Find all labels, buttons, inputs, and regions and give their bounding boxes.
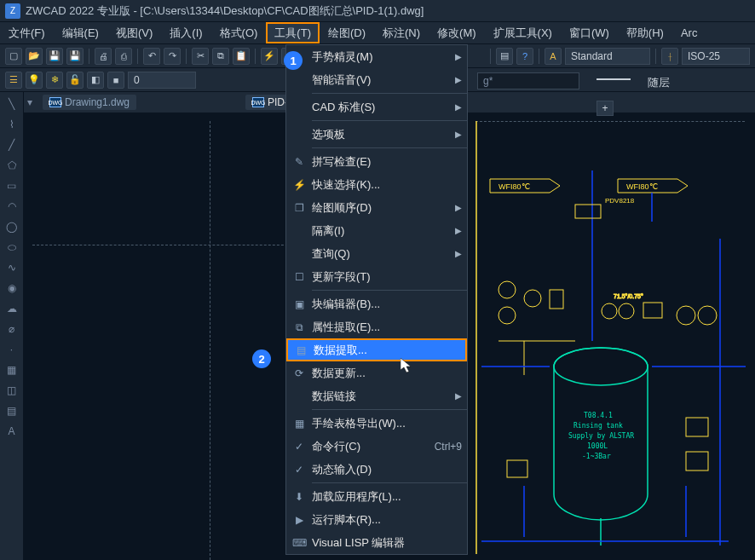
new-icon[interactable]: ▢ bbox=[5, 48, 22, 65]
guide-line bbox=[32, 245, 297, 245]
titlebar: Z ZWCAD 2022 专业版 - [C:\Users\13344\Deskt… bbox=[0, 0, 755, 22]
table-icon[interactable]: ▤ bbox=[3, 402, 20, 419]
menu-window[interactable]: 窗口(W) bbox=[561, 22, 618, 43]
menu-commandline[interactable]: ✓命令行(C)Ctrl+9 bbox=[286, 435, 467, 458]
ellipse-icon[interactable]: ⬭ bbox=[3, 239, 20, 256]
layer-combo[interactable]: 0 bbox=[128, 72, 196, 89]
menu-load-app[interactable]: ⬇加载应用程序(L)... bbox=[286, 485, 467, 508]
lock-icon[interactable]: 🔓 bbox=[66, 72, 84, 89]
textstyle-icon[interactable]: A bbox=[545, 48, 562, 65]
menu-inquiry[interactable]: 查询(Q)▶ bbox=[286, 242, 467, 265]
dimstyle-icon[interactable]: ⟊ bbox=[661, 48, 678, 65]
undo-icon[interactable]: ↶ bbox=[143, 48, 160, 65]
xline-icon[interactable]: ╱ bbox=[3, 136, 20, 153]
menu-update-fields[interactable]: ☐更新字段(T) bbox=[286, 265, 467, 288]
menu-voice[interactable]: 智能语音(V)▶ bbox=[286, 68, 467, 91]
menu-vlisp[interactable]: ⌨Visual LISP 编辑器 bbox=[286, 531, 467, 554]
help-icon[interactable]: ? bbox=[516, 48, 533, 65]
menu-modify[interactable]: 修改(M) bbox=[429, 22, 485, 43]
save-icon[interactable]: 💾 bbox=[46, 48, 63, 65]
menu-isolate[interactable]: 隔离(I)▶ bbox=[286, 219, 467, 242]
text-icon[interactable]: A bbox=[3, 423, 20, 440]
point-icon[interactable]: · bbox=[3, 341, 20, 358]
menubar: 文件(F) 编辑(E) 视图(V) 插入(I) 格式(O) 工具(T) 绘图(D… bbox=[0, 22, 755, 44]
toolbar-separator bbox=[255, 49, 256, 64]
tableexport-icon: ▦ bbox=[286, 418, 312, 430]
menu-format[interactable]: 格式(O) bbox=[211, 22, 267, 43]
svg-point-16 bbox=[677, 306, 695, 325]
paste-icon[interactable]: 📋 bbox=[233, 48, 250, 65]
callout-badge-2: 2 bbox=[252, 349, 271, 368]
menu-spellcheck[interactable]: ✎拼写检查(E) bbox=[286, 150, 467, 173]
circle-icon[interactable]: ◯ bbox=[3, 218, 20, 235]
doc-tab-label: Drawing1.dwg bbox=[65, 96, 130, 108]
polygon-icon[interactable]: ⬠ bbox=[3, 157, 20, 174]
pline-icon[interactable]: ⌇ bbox=[3, 116, 20, 133]
menu-draworder[interactable]: ❐绘图顺序(D)▶ bbox=[286, 196, 467, 219]
menu-edit[interactable]: 编辑(E) bbox=[54, 22, 107, 43]
pid-schematic: WFI80℃ WFI80℃ PDV8218 71.5°/0.75° T08.4.… bbox=[473, 119, 754, 560]
menu-dimension[interactable]: 标注(N) bbox=[374, 22, 429, 43]
doc-tab-drawing1[interactable]: DWG Drawing1.dwg bbox=[43, 95, 136, 110]
menu-quickselect[interactable]: ⚡快速选择(K)... bbox=[286, 173, 467, 196]
menu-help[interactable]: 帮助(H) bbox=[618, 22, 672, 43]
svg-text:Rinsing tank: Rinsing tank bbox=[573, 422, 623, 430]
menu-data-update[interactable]: ⟳数据更新... bbox=[286, 361, 467, 384]
spline-icon[interactable]: ∿ bbox=[3, 259, 20, 276]
menu-view[interactable]: 视图(V) bbox=[107, 22, 161, 43]
svg-rect-11 bbox=[550, 290, 563, 309]
text-style-combo[interactable]: Standard bbox=[565, 48, 650, 65]
layer-box-icon[interactable]: ■ bbox=[107, 72, 124, 89]
menu-palettes[interactable]: 选项板▶ bbox=[286, 123, 467, 146]
palette-icon[interactable]: ▤ bbox=[496, 48, 513, 65]
tab-chevron-icon[interactable]: ▾ bbox=[27, 96, 39, 108]
dim-style-combo[interactable]: ISO-25 bbox=[682, 48, 750, 65]
hatch-icon[interactable]: ▦ bbox=[3, 361, 20, 378]
menu-gesture[interactable]: 手势精灵(M)▶ bbox=[286, 45, 467, 68]
search-input[interactable]: g* bbox=[477, 72, 579, 89]
new-tab-button[interactable]: + bbox=[597, 101, 614, 116]
menu-separator bbox=[312, 147, 467, 148]
rectangle-icon[interactable]: ▭ bbox=[3, 177, 20, 194]
menu-cad-standards[interactable]: CAD 标准(S)▶ bbox=[286, 95, 467, 118]
menu-table-export[interactable]: ▦手绘表格导出(W)... bbox=[286, 412, 467, 435]
menu-draw[interactable]: 绘图(D) bbox=[320, 22, 374, 43]
menu-data-link[interactable]: 数据链接▶ bbox=[286, 384, 467, 407]
helix-icon[interactable]: ⌀ bbox=[3, 320, 20, 338]
layerprop-icon[interactable]: ☰ bbox=[5, 72, 22, 89]
menu-arc[interactable]: Arc bbox=[672, 22, 706, 43]
line-icon[interactable]: ╲ bbox=[3, 95, 20, 113]
menu-block-editor[interactable]: ▣块编辑器(B)... bbox=[286, 292, 467, 315]
cursor-icon bbox=[401, 358, 414, 375]
print-icon[interactable]: 🖨 bbox=[95, 48, 112, 65]
svg-text:71.5°/0.75°: 71.5°/0.75° bbox=[614, 293, 643, 299]
attrext-icon: ⧉ bbox=[286, 321, 312, 333]
svg-point-21 bbox=[554, 348, 648, 385]
open-icon[interactable]: 📂 bbox=[26, 48, 43, 65]
export-icon[interactable]: ⎙ bbox=[115, 48, 132, 65]
menu-dynamic-input[interactable]: ✓动态输入(D) bbox=[286, 458, 467, 481]
match-icon[interactable]: ⚡ bbox=[261, 48, 278, 65]
arc-icon[interactable]: ◠ bbox=[3, 198, 20, 215]
menu-run-script[interactable]: ▶运行脚本(R)... bbox=[286, 508, 467, 531]
menu-tools[interactable]: 工具(T) bbox=[266, 22, 320, 43]
menu-ext-tools[interactable]: 扩展工具(X) bbox=[485, 22, 561, 43]
color-icon[interactable]: ◧ bbox=[87, 72, 104, 89]
left-toolbar: ╲ ⌇ ╱ ⬠ ▭ ◠ ◯ ⬭ ∿ ◉ ☁ ⌀ · ▦ ◫ ▤ A bbox=[0, 92, 24, 560]
menu-attr-extract[interactable]: ⧉属性提取(E)... bbox=[286, 315, 467, 338]
menu-file[interactable]: 文件(F) bbox=[0, 22, 54, 43]
revcloud-icon[interactable]: ☁ bbox=[3, 300, 20, 317]
donut-icon[interactable]: ◉ bbox=[3, 280, 20, 297]
bulb-icon[interactable]: 💡 bbox=[26, 72, 43, 89]
menu-insert[interactable]: 插入(I) bbox=[161, 22, 210, 43]
svg-text:PDV8218: PDV8218 bbox=[605, 197, 635, 205]
menu-data-extract[interactable]: ▤数据提取... bbox=[286, 338, 467, 361]
cut-icon[interactable]: ✂ bbox=[192, 48, 209, 65]
saveas-icon[interactable]: 💾 bbox=[66, 48, 84, 65]
redo-icon[interactable]: ↷ bbox=[164, 48, 181, 65]
region-icon[interactable]: ◫ bbox=[3, 382, 20, 399]
copy-icon[interactable]: ⧉ bbox=[212, 48, 229, 65]
freeze-icon[interactable]: ❄ bbox=[46, 72, 63, 89]
cmdline-icon: ✓ bbox=[286, 441, 312, 453]
svg-rect-20 bbox=[507, 460, 527, 477]
